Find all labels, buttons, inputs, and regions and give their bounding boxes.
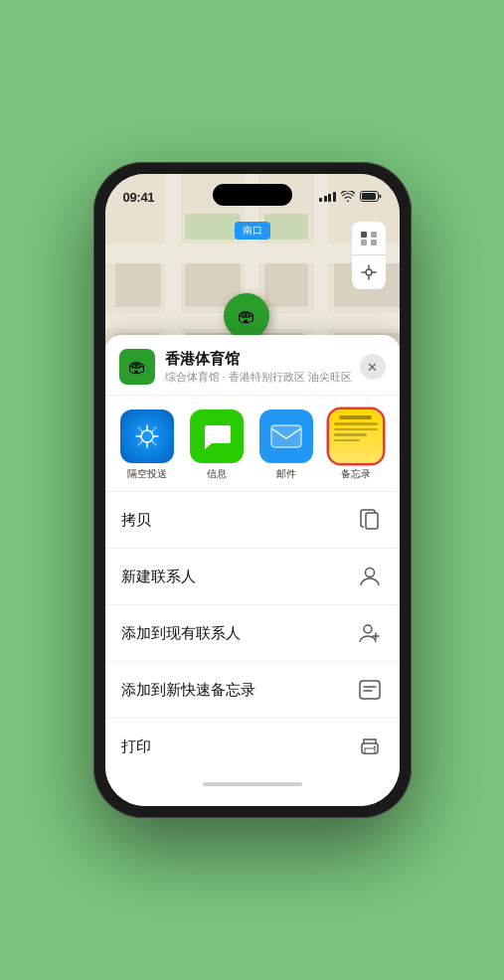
nav-label-text: 南口 (243, 225, 262, 236)
home-indicator (203, 782, 302, 786)
svg-point-10 (365, 569, 374, 577)
venue-subtitle: 综合体育馆 · 香港特别行政区 油尖旺区 (165, 370, 360, 385)
svg-rect-1 (362, 193, 376, 200)
copy-label: 拷贝 (121, 511, 151, 530)
notes-rule-3 (334, 433, 367, 436)
app-item-notes[interactable]: 备忘录 (324, 409, 388, 481)
quick-note-label: 添加到新快速备忘录 (121, 681, 255, 700)
map-type-button[interactable] (352, 222, 386, 255)
notes-rule-4 (334, 439, 360, 442)
location-button[interactable] (352, 255, 386, 289)
airdrop-label: 隔空投送 (127, 467, 167, 481)
notes-rule-2 (334, 428, 378, 431)
bottom-sheet: 🏟 香港体育馆 综合体育馆 · 香港特别行政区 油尖旺区 ✕ (105, 335, 400, 806)
notes-label: 备忘录 (341, 467, 371, 481)
signal-bars-icon (319, 192, 336, 202)
status-time: 09:41 (123, 190, 155, 205)
new-contact-label: 新建联系人 (121, 568, 196, 586)
notes-icon (329, 409, 383, 463)
home-indicator-area (105, 774, 400, 786)
stadium-icon: 🏟 (238, 306, 255, 327)
mail-label: 邮件 (276, 467, 296, 481)
venue-icon: 🏟 (119, 349, 155, 385)
copy-icon (356, 506, 384, 534)
nav-label: 南口 (235, 222, 270, 240)
action-quick-note[interactable]: 添加到新快速备忘录 (105, 662, 400, 719)
action-list: 拷贝 新建联系人 (105, 492, 400, 774)
new-contact-icon (356, 563, 384, 590)
notes-rule-1 (334, 422, 378, 425)
svg-point-6 (366, 269, 372, 275)
svg-rect-2 (361, 232, 367, 238)
svg-rect-4 (361, 240, 367, 245)
close-button[interactable]: ✕ (360, 354, 386, 380)
svg-rect-3 (371, 232, 377, 238)
svg-rect-14 (365, 748, 375, 753)
phone-screen: 09:41 (105, 174, 400, 806)
svg-rect-8 (271, 425, 301, 447)
notes-top-line (339, 415, 372, 419)
svg-rect-5 (371, 240, 377, 245)
sheet-header: 🏟 香港体育馆 综合体育馆 · 香港特别行政区 油尖旺区 ✕ (105, 335, 400, 396)
map-controls[interactable] (352, 222, 386, 289)
quick-note-icon (356, 676, 384, 704)
svg-rect-9 (366, 513, 378, 529)
action-print[interactable]: 打印 (105, 719, 400, 774)
wifi-icon (341, 191, 355, 204)
battery-icon (360, 191, 382, 204)
print-icon (356, 733, 384, 760)
action-new-contact[interactable]: 新建联系人 (105, 549, 400, 605)
mail-icon-bg (259, 409, 313, 463)
messages-label: 信息 (207, 467, 227, 481)
print-label: 打印 (121, 737, 151, 756)
action-add-contact[interactable]: 添加到现有联系人 (105, 605, 400, 662)
app-item-more[interactable]: 提 (394, 409, 400, 481)
svg-point-15 (374, 746, 376, 748)
more-icon (399, 409, 400, 463)
venue-name: 香港体育馆 (165, 350, 360, 369)
app-item-messages[interactable]: 信息 (185, 409, 249, 481)
app-item-airdrop[interactable]: 隔空投送 (115, 409, 179, 481)
messages-icon-bg (190, 409, 244, 463)
status-icons (319, 191, 382, 204)
svg-point-11 (364, 625, 372, 633)
action-copy[interactable]: 拷贝 (105, 492, 400, 549)
venue-info: 香港体育馆 综合体育馆 · 香港特别行政区 油尖旺区 (165, 350, 360, 385)
app-item-mail[interactable]: 邮件 (254, 409, 318, 481)
svg-rect-12 (360, 681, 380, 699)
dynamic-island (213, 184, 292, 206)
add-contact-label: 添加到现有联系人 (121, 624, 241, 643)
airdrop-icon (120, 409, 174, 463)
apps-row: 隔空投送 信息 (105, 396, 400, 492)
phone-frame: 09:41 (93, 162, 412, 818)
add-contact-icon (356, 619, 384, 647)
